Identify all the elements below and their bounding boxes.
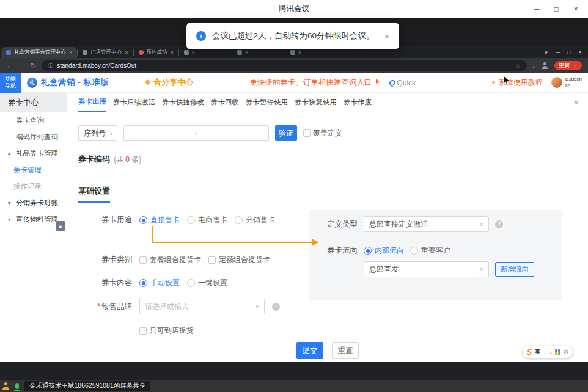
user-avatar[interactable] (551, 77, 562, 88)
reset-button[interactable]: 重置 (332, 342, 359, 359)
window-controls: ─ □ × (527, 0, 586, 18)
category-package-option[interactable]: 套餐组合提货卡 (139, 255, 201, 265)
sidebar-item-label: 编码序列查询 (16, 132, 58, 142)
category-option-label: 套餐组合提货卡 (150, 255, 201, 265)
share-center-link[interactable]: ❖ 合分享中心 (145, 77, 194, 88)
serial-type-select[interactable]: 序列号 ∨ (78, 125, 117, 141)
minimize-icon[interactable]: ─ (527, 0, 546, 18)
browser-close-icon[interactable]: × (578, 49, 582, 56)
submit-button[interactable]: 提交 (296, 342, 323, 359)
presale-brand-row: *预售品牌 请选择或输入 ∨ ? (78, 299, 280, 314)
content-manual-option[interactable]: 手动设置 (139, 278, 180, 288)
verify-button[interactable]: 验证 (275, 125, 297, 141)
tutorial-link[interactable]: ✦ 系统使用教程 (491, 78, 543, 88)
definition-type-select[interactable]: 总部直接定义激活 ∨ (364, 216, 489, 232)
ime-music-icon[interactable]: ♪ (549, 349, 553, 355)
radio-icon[interactable] (187, 279, 195, 287)
browser-tab-gift-admin[interactable]: 礼盒营销平台管理中心 × (1, 47, 77, 58)
browser-maximize-icon[interactable]: □ (567, 49, 571, 56)
tab-card-void[interactable]: 券卡作废 (344, 93, 372, 112)
refresh-icon[interactable]: ↻ (31, 62, 36, 70)
checkbox-icon[interactable] (208, 256, 216, 264)
ime-settings-icon[interactable]: ⚙ (564, 349, 568, 355)
ime-language-toggle[interactable]: 英 (535, 348, 540, 356)
card-flow-row: 券卡流向 内部流向 重要客户 (309, 245, 450, 256)
bookmark-star-icon[interactable]: ☆ (515, 62, 521, 69)
content-onekey-option[interactable]: 一键设置 (187, 278, 227, 288)
sidebar-item-label: 券卡查询 (16, 116, 44, 125)
back-icon[interactable]: ← (6, 62, 13, 69)
flow-internal-option[interactable]: 内部流向 (364, 245, 404, 256)
hand-pointer-icon (374, 79, 380, 86)
checkbox-icon[interactable] (139, 327, 147, 335)
sidebar-collapse-handle[interactable]: ≡ (56, 221, 65, 231)
tab-card-suspend[interactable]: 券卡暂停使用 (246, 93, 288, 112)
tab-close-icon[interactable]: × (245, 49, 248, 56)
sidebar-item-operation-log[interactable]: 操作记录 (0, 178, 67, 195)
tab-card-restore[interactable]: 券卡恢复使用 (295, 93, 337, 112)
tab-card-outbound[interactable]: 券卡出库 (78, 93, 106, 112)
site-security-icon[interactable]: ⓘ (48, 62, 53, 70)
tab-close-icon[interactable]: × (171, 49, 174, 56)
tab-close-icon[interactable]: × (125, 49, 128, 56)
definition-info-icon[interactable]: ? (495, 220, 503, 228)
tab-card-recycle[interactable]: 券卡回收 (211, 93, 239, 112)
browser-minimize-icon[interactable]: ─ (556, 49, 560, 56)
tab-close-icon[interactable]: × (192, 49, 195, 56)
tab-favicon (83, 50, 87, 55)
url-bar[interactable]: ⓘ standard.maboy.cn/CardsOut ☆ (42, 60, 526, 71)
browser-tab-booking-success[interactable]: 预约成功 × (134, 47, 178, 58)
sidebar-item-card-query[interactable]: 券卡查询 (0, 112, 67, 129)
browser-tab-store-admin[interactable]: 门店管理中心 × (78, 47, 133, 58)
flow-select[interactable]: 总部直发 ∨ (364, 261, 489, 277)
tab-card-quick-edit[interactable]: 券卡快捷修改 (162, 93, 204, 112)
url-text: standard.maboy.cn/CardsOut (57, 62, 136, 69)
quick-entry-link[interactable]: 更快捷的券卡、订单和快递查询入口 (249, 78, 380, 88)
radio-checked-icon[interactable] (139, 279, 147, 287)
profile-icon[interactable] (542, 62, 548, 69)
tab-card-followup-activate[interactable]: 券卡后续激活 (113, 93, 155, 112)
tabs-overflow-icon[interactable]: » (574, 97, 578, 106)
brand-info-icon[interactable]: ? (272, 303, 280, 311)
content-option-label: 一键设置 (198, 278, 227, 288)
maximize-icon[interactable]: □ (546, 0, 566, 18)
ime-skin-grid-icon[interactable] (555, 349, 560, 355)
browser-window-controls: ∨ ─ □ × (544, 46, 588, 58)
meeting-window: 腾讯会议 ─ □ × 礼盒营销平台管理中心 × 门店管理中心 × 预约成功 (0, 0, 588, 392)
quick-search[interactable]: Q Quick (389, 78, 416, 87)
browser-update-button[interactable]: 更新 ⋮ (554, 61, 582, 70)
override-checkbox[interactable] (303, 129, 311, 137)
radio-checked-icon[interactable] (364, 247, 372, 255)
presale-brand-label: *预售品牌 (78, 302, 132, 312)
tab-close-icon[interactable]: × (298, 49, 301, 56)
toast-close-icon[interactable]: × (384, 31, 390, 42)
ime-logo-icon[interactable]: S (527, 348, 532, 357)
presale-brand-select[interactable]: 请选择或输入 ∨ (139, 299, 265, 314)
download-icon[interactable]: ↓ (532, 62, 536, 69)
more-menu-icon[interactable]: ⋮ (572, 62, 578, 68)
radio-icon[interactable] (410, 247, 418, 255)
sidebar-item-code-sequence-query[interactable]: 编码序列查询 (0, 129, 67, 145)
serial-range-input[interactable] (123, 125, 269, 141)
definition-type-row: 定义类型 总部直接定义激活 ∨ ? (309, 216, 503, 232)
category-option-label: 定额组合提货卡 (219, 255, 270, 265)
function-nav-button[interactable]: 功能 导航 (0, 73, 21, 93)
sidebar-group-gift-card-mgmt[interactable]: ▴ 礼品券卡管理 (0, 145, 67, 162)
tab-list-chevron-icon[interactable]: ∨ (544, 49, 548, 56)
sidebar-item-label: 分销券卡对账 (16, 198, 58, 208)
close-icon[interactable]: × (566, 0, 586, 18)
forward-icon[interactable]: → (18, 62, 25, 69)
checkbox-icon[interactable] (139, 256, 147, 264)
flow-vip-option[interactable]: 重要客户 (410, 245, 450, 256)
user-id: B385xh (565, 76, 582, 82)
meeting-title: 腾讯会议 (279, 4, 309, 14)
category-fixed-option[interactable]: 定额组合提货卡 (208, 255, 270, 265)
sidebar-item-card-mgmt[interactable]: 券卡管理 (0, 162, 67, 178)
store-pickup-option[interactable]: 只可到店提货 (139, 325, 194, 336)
sidebar-group-distribution-reconcile[interactable]: ▾ 分销券卡对账 (0, 195, 67, 211)
brand-logo-icon: 礼 (27, 78, 37, 88)
codes-count-prefix: (共 (114, 155, 125, 164)
ime-download-icon[interactable]: ↓ (543, 349, 546, 355)
tab-close-icon[interactable]: × (69, 49, 72, 56)
add-flow-button[interactable]: 新增流向 (495, 262, 534, 277)
